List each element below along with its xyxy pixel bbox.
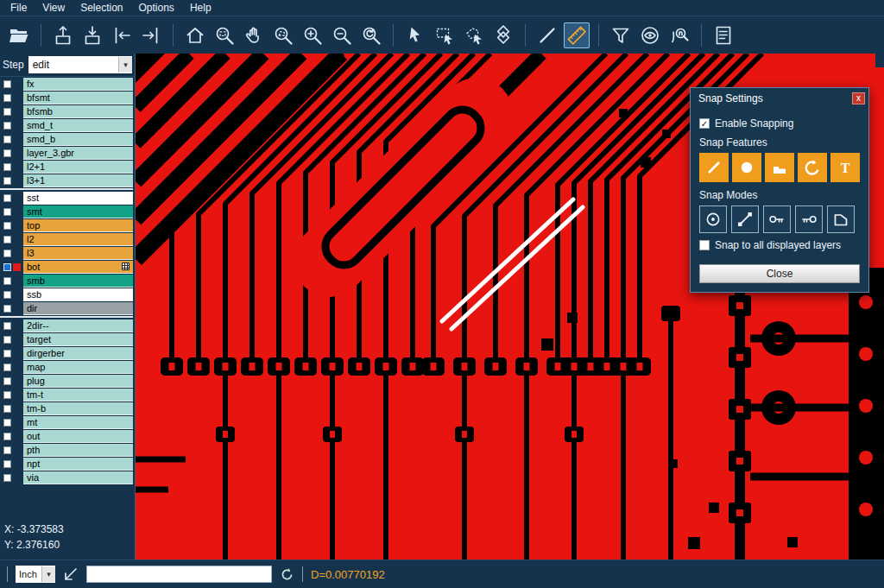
layer-row-layer_3.gbr[interactable]: layer_3.gbr bbox=[0, 146, 135, 160]
layer-visibility-checkbox[interactable] bbox=[3, 108, 11, 116]
layer-row-bfsmt[interactable]: bfsmt bbox=[0, 91, 135, 104]
tool-select-polygon[interactable] bbox=[461, 22, 487, 48]
layer-visibility-checkbox[interactable] bbox=[3, 163, 11, 171]
snap-settings-dialog[interactable]: Snap Settings x ✓ Enable Snapping Snap F… bbox=[690, 87, 869, 293]
layer-row-pth[interactable]: pth bbox=[0, 443, 135, 457]
enable-snapping-row[interactable]: ✓ Enable Snapping bbox=[699, 117, 860, 130]
command-input[interactable] bbox=[86, 566, 272, 583]
menu-options[interactable]: Options bbox=[131, 1, 182, 15]
layer-visibility-checkbox[interactable] bbox=[3, 391, 11, 399]
tool-view-eye[interactable] bbox=[637, 22, 663, 48]
snap-mode-key-left-button[interactable] bbox=[795, 205, 823, 233]
layer-visibility-checkbox[interactable] bbox=[3, 136, 11, 143]
snap-all-layers-checkbox[interactable] bbox=[699, 240, 710, 250]
tool-select-pointer[interactable] bbox=[402, 22, 428, 48]
chevron-down-icon[interactable]: ▾ bbox=[41, 566, 55, 582]
snap-dialog-titlebar[interactable]: Snap Settings x bbox=[691, 88, 868, 108]
refresh-icon[interactable] bbox=[280, 567, 294, 582]
pcb-canvas[interactable]: Snap Settings x ✓ Enable Snapping Snap F… bbox=[136, 54, 884, 560]
layer-row-ssb[interactable]: ssb bbox=[0, 288, 135, 301]
layer-row-smt[interactable]: smt bbox=[0, 205, 135, 218]
layer-visibility-checkbox[interactable] bbox=[3, 305, 11, 313]
tool-home[interactable] bbox=[182, 22, 208, 48]
tool-arrow-out-right[interactable] bbox=[138, 22, 164, 48]
layer-visibility-checkbox[interactable] bbox=[3, 336, 11, 344]
tool-report[interactable] bbox=[710, 22, 736, 48]
layer-row-dirgerber[interactable]: dirgerber bbox=[0, 346, 135, 360]
layer-row-target[interactable]: target bbox=[0, 332, 135, 346]
layer-visibility-checkbox[interactable] bbox=[3, 94, 11, 102]
snap-feature-corner-button[interactable] bbox=[765, 153, 794, 182]
menu-file[interactable]: File bbox=[3, 1, 35, 15]
layer-visibility-checkbox[interactable] bbox=[3, 149, 11, 157]
layer-visibility-checkbox[interactable] bbox=[3, 446, 11, 454]
layer-visibility-checkbox[interactable] bbox=[3, 177, 11, 185]
tool-select-rect[interactable] bbox=[432, 22, 458, 48]
layer-visibility-checkbox[interactable] bbox=[3, 122, 11, 130]
layer-row-2dir--[interactable]: 2dir-- bbox=[0, 319, 135, 332]
tool-measure-ruler[interactable] bbox=[564, 22, 590, 48]
layer-row-l3+1[interactable]: l3+1 bbox=[0, 174, 135, 187]
layer-row-bot[interactable]: bot bbox=[0, 260, 135, 274]
layer-visibility-checkbox[interactable] bbox=[3, 222, 11, 230]
menu-view[interactable]: View bbox=[35, 1, 73, 15]
layer-visibility-checkbox[interactable] bbox=[3, 80, 11, 88]
tool-pan-hand[interactable] bbox=[241, 22, 267, 48]
layer-row-smb[interactable]: smb bbox=[0, 274, 135, 288]
layer-visibility-checkbox[interactable] bbox=[3, 474, 11, 482]
close-button[interactable]: Close bbox=[699, 264, 860, 283]
menu-help[interactable]: Help bbox=[182, 1, 219, 15]
layer-visibility-checkbox[interactable] bbox=[3, 208, 11, 216]
layer-row-tm-b[interactable]: tm-b bbox=[0, 401, 135, 415]
layer-row-l2[interactable]: l2 bbox=[0, 232, 135, 246]
layer-row-bfsmb[interactable]: bfsmb bbox=[0, 104, 135, 118]
tool-import-down[interactable] bbox=[79, 22, 105, 48]
tool-zoom-window[interactable] bbox=[212, 22, 237, 48]
step-dropdown[interactable]: edit ▾ bbox=[28, 56, 132, 73]
grid-icon[interactable] bbox=[122, 262, 129, 272]
layer-row-plug[interactable]: plug bbox=[0, 374, 135, 388]
layer-row-tm-t[interactable]: tm-t bbox=[0, 388, 135, 401]
layer-row-smd_t[interactable]: smd_t bbox=[0, 118, 135, 132]
menu-selection[interactable]: Selection bbox=[73, 1, 130, 15]
snap-all-layers-row[interactable]: Snap to all displayed layers bbox=[699, 239, 860, 251]
layer-visibility-checkbox[interactable] bbox=[3, 350, 11, 357]
unit-dropdown[interactable]: Inch ▾ bbox=[16, 566, 55, 583]
layer-visibility-checkbox[interactable] bbox=[3, 433, 11, 440]
layer-row-l2+1[interactable]: l2+1 bbox=[0, 160, 135, 174]
layer-visibility-checkbox[interactable] bbox=[3, 322, 11, 330]
enable-snapping-checkbox[interactable]: ✓ bbox=[699, 118, 710, 129]
layer-visibility-checkbox[interactable] bbox=[3, 291, 11, 299]
tool-zoom-previous[interactable] bbox=[358, 22, 384, 48]
layer-row-mt[interactable]: mt bbox=[0, 415, 135, 429]
layer-visibility-checkbox[interactable] bbox=[3, 364, 11, 371]
layer-visibility-checkbox[interactable] bbox=[3, 405, 11, 413]
layer-visibility-checkbox[interactable] bbox=[3, 419, 11, 427]
layer-visibility-checkbox[interactable] bbox=[3, 250, 11, 257]
layer-visibility-checkbox[interactable] bbox=[3, 277, 11, 285]
layer-row-dir[interactable]: dir bbox=[0, 301, 135, 315]
snap-mode-contour-button[interactable] bbox=[827, 205, 855, 233]
tool-zoom-in[interactable] bbox=[300, 22, 325, 48]
layer-row-out[interactable]: out bbox=[0, 429, 135, 443]
snap-feature-arc-button[interactable] bbox=[798, 153, 827, 182]
layer-row-sst[interactable]: sst bbox=[0, 191, 135, 205]
layer-row-via[interactable]: via bbox=[0, 471, 135, 484]
layer-row-npt[interactable]: npt bbox=[0, 457, 135, 471]
layer-visibility-checkbox[interactable] bbox=[3, 460, 11, 468]
tool-zoom-out[interactable] bbox=[329, 22, 355, 48]
layer-visibility-checkbox[interactable] bbox=[3, 236, 11, 243]
snap-mode-key-right-button[interactable] bbox=[763, 205, 791, 233]
layer-row-map[interactable]: map bbox=[0, 360, 135, 374]
layer-row-smd_b[interactable]: smd_b bbox=[0, 132, 135, 146]
tool-line-tool[interactable] bbox=[534, 22, 560, 48]
snap-feature-line-button[interactable] bbox=[699, 153, 729, 182]
tool-zoom-polygon[interactable] bbox=[270, 22, 296, 48]
close-icon[interactable]: x bbox=[852, 92, 865, 104]
layer-row-fx[interactable]: fx bbox=[0, 77, 135, 91]
snap-feature-text-button[interactable]: T bbox=[830, 153, 860, 182]
tool-export-up[interactable] bbox=[50, 22, 76, 48]
layer-visibility-checkbox[interactable] bbox=[3, 263, 11, 271]
tool-select-layers[interactable] bbox=[490, 22, 516, 48]
tool-find-in[interactable] bbox=[666, 22, 692, 48]
